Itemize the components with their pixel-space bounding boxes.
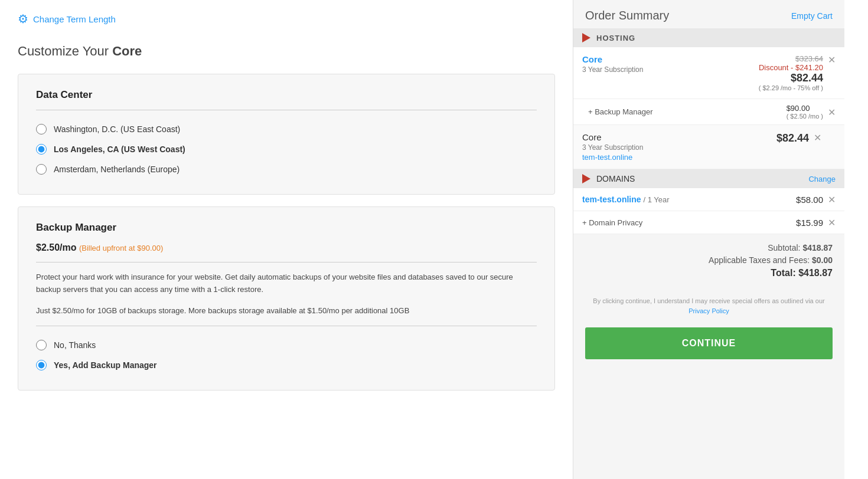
domain-remove-button[interactable]: ✕ xyxy=(828,195,836,205)
hosting-section: HOSTING Core 3 Year Subscription $323.64… xyxy=(573,28,844,125)
total-value: $418.87 xyxy=(798,268,833,278)
domain-item-row: tem-test.online / 1 Year $58.00 ✕ xyxy=(573,188,844,211)
backup-billed: (Billed upfront at $90.00) xyxy=(79,244,163,252)
backup-manager-section: Backup Manager $2.50/mo (Billed upfront … xyxy=(18,206,555,391)
order-summary-title: Order Summary xyxy=(585,9,669,22)
total-line: Total: $418.87 xyxy=(585,268,833,278)
subtotal-label: Subtotal: xyxy=(768,243,800,252)
disclaimer-text: By clicking continue, I understand I may… xyxy=(573,296,844,321)
gear-icon: ⚙ xyxy=(18,12,28,26)
domains-label: DOMAINS xyxy=(596,174,635,183)
domains-header-left: DOMAINS xyxy=(582,174,635,183)
core-discount-label: Discount - $241.20 xyxy=(759,63,823,72)
order-summary-header: Order Summary Empty Cart xyxy=(573,0,844,28)
hosting-flag-icon xyxy=(582,33,590,42)
backup-option-no[interactable]: No, Thanks xyxy=(36,335,537,355)
taxes-label: Applicable Taxes and Fees: xyxy=(709,255,810,265)
backup-price: $2.50/mo (Billed upfront at $90.00) xyxy=(36,242,537,253)
domain-period: / 1 Year xyxy=(643,195,669,204)
domain-privacy-price: $15.99 xyxy=(796,218,823,228)
backup-addon-pricing: $90.00 ( $2.50 /mo ) ✕ xyxy=(787,104,836,120)
domains-flag-icon xyxy=(582,174,590,183)
core-item-name: Core xyxy=(582,54,759,64)
core-item-pricing: $323.64 Discount - $241.20 $82.44 ( $2.2… xyxy=(759,54,823,91)
domain-name-link[interactable]: tem-test.online xyxy=(582,195,641,204)
backup-remove-button[interactable]: ✕ xyxy=(828,108,836,117)
core-remove-button[interactable]: ✕ xyxy=(828,55,836,65)
backup-desc-1: Protect your hard work with insurance fo… xyxy=(36,271,537,296)
change-term-link[interactable]: ⚙ Change Term Length xyxy=(18,12,555,26)
core-plain-left: Core 3 Year Subscription tem-test.online xyxy=(582,132,776,162)
core-item-row: Core 3 Year Subscription $323.64 Discoun… xyxy=(573,47,844,99)
core-item-subscription: 3 Year Subscription xyxy=(582,65,759,74)
backup-addon-per-mo: ( $2.50 /mo ) xyxy=(787,113,823,120)
core-price-original: $323.64 xyxy=(759,54,823,63)
hosting-label: HOSTING xyxy=(596,34,635,42)
core-item-left: Core 3 Year Subscription xyxy=(582,54,759,74)
backup-addon-price: $90.00 xyxy=(787,104,823,113)
taxes-value: $0.00 xyxy=(812,255,833,265)
data-center-title: Data Center xyxy=(36,89,537,101)
backup-manager-title: Backup Manager xyxy=(36,222,537,234)
taxes-line: Applicable Taxes and Fees: $0.00 xyxy=(585,255,833,265)
backup-addon-row: + Backup Manager $90.00 ( $2.50 /mo ) ✕ xyxy=(573,99,844,125)
backup-label-no: No, Thanks xyxy=(54,340,96,350)
datacenter-option-1[interactable]: Washington, D.C. (US East Coast) xyxy=(36,119,537,139)
domains-section: DOMAINS Change tem-test.online / 1 Year … xyxy=(573,169,844,234)
core-item-right: $323.64 Discount - $241.20 $82.44 ( $2.2… xyxy=(759,54,836,91)
empty-cart-link[interactable]: Empty Cart xyxy=(791,11,833,21)
subtotal-value: $418.87 xyxy=(802,243,833,252)
domain-item-right: $58.00 ✕ xyxy=(796,194,836,205)
core-plain-price: $82.44 xyxy=(776,132,809,145)
domain-privacy-row: + Domain Privacy $15.99 ✕ xyxy=(573,211,844,234)
core-price-per-mo: ( $2.29 /mo - 75% off ) xyxy=(759,84,823,91)
datacenter-option-2[interactable]: Los Angeles, CA (US West Coast) xyxy=(36,139,537,159)
order-summary-sidebar: Order Summary Empty Cart HOSTING Core 3 … xyxy=(573,0,844,479)
domain-privacy-right: $15.99 ✕ xyxy=(796,217,836,228)
change-term-label[interactable]: Change Term Length xyxy=(33,14,116,24)
backup-desc-2: Just $2.50/mo for 10GB of backups storag… xyxy=(36,305,537,317)
core-plain-remove-button[interactable]: ✕ xyxy=(814,133,821,143)
datacenter-label-1: Washington, D.C. (US East Coast) xyxy=(54,124,180,134)
datacenter-label-2: Los Angeles, CA (US West Coast) xyxy=(54,145,185,154)
data-center-section: Data Center Washington, D.C. (US East Co… xyxy=(18,74,555,195)
domain-privacy-name: + Domain Privacy xyxy=(582,218,642,227)
domain-privacy-remove-button[interactable]: ✕ xyxy=(828,218,836,228)
order-totals: Subtotal: $418.87 Applicable Taxes and F… xyxy=(573,234,844,296)
total-label: Total: xyxy=(771,268,795,278)
core-price-main: $82.44 xyxy=(759,72,823,84)
continue-button[interactable]: CONTINUE xyxy=(585,327,833,359)
backup-label-yes: Yes, Add Backup Manager xyxy=(54,360,157,370)
core-plain-name: Core xyxy=(582,132,776,142)
core-plain-right: $82.44 ✕ xyxy=(776,132,836,145)
backup-addon-price-wrap: $90.00 ( $2.50 /mo ) xyxy=(787,104,823,120)
domains-change-link[interactable]: Change xyxy=(808,175,836,183)
datacenter-option-3[interactable]: Amsterdam, Netherlands (Europe) xyxy=(36,159,537,179)
core-plain-domain-link[interactable]: tem-test.online xyxy=(582,153,776,162)
hosting-section-header: HOSTING xyxy=(573,28,844,47)
domains-section-header: DOMAINS Change xyxy=(573,169,844,188)
privacy-policy-link[interactable]: Privacy Policy xyxy=(688,307,729,314)
domain-item-left: tem-test.online / 1 Year xyxy=(582,195,670,204)
backup-addon-name: + Backup Manager xyxy=(588,107,652,116)
core-plain-subscription: 3 Year Subscription xyxy=(582,143,776,152)
core-plain-row: Core 3 Year Subscription tem-test.online… xyxy=(573,125,844,169)
domain-price: $58.00 xyxy=(796,195,823,205)
backup-option-yes[interactable]: Yes, Add Backup Manager xyxy=(36,355,537,375)
datacenter-label-3: Amsterdam, Netherlands (Europe) xyxy=(54,165,180,174)
page-title: Customize Your Core xyxy=(18,44,555,59)
subtotal-line: Subtotal: $418.87 xyxy=(585,243,833,252)
